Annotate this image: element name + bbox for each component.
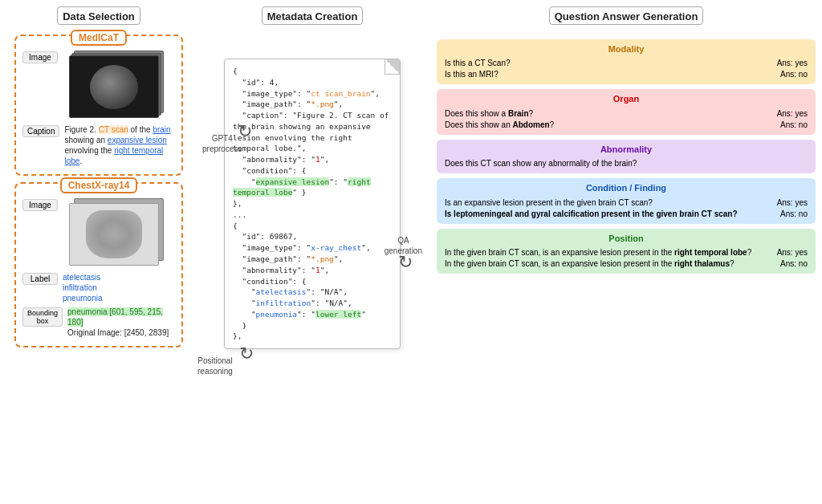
qa-generation-title: Question Answer Generation [437,6,816,30]
json-image-path2: *.png [311,254,334,263]
condition-a1: Ans: yes [777,197,808,209]
medicat-caption-row: Caption Figure 2. CT scan of the brain s… [22,124,175,166]
chest-image-row: Image [22,198,175,269]
chest-image [69,198,169,267]
chest-img-front [69,203,159,266]
brain-image [69,51,169,120]
json-lower-left: lower left [315,310,361,319]
organ-q1: Does this show a Brain? [445,108,774,120]
infiltration-label: infiltration [63,283,97,292]
json-image-type1: ct scan_brain [311,89,370,98]
position-a2: Ans: no [780,258,808,270]
condition-q2: Is leptomeningeal and gyral calcificatio… [445,209,777,220]
json-infiltration: infiltration [256,299,311,307]
json-atelectasis: atelectasis [256,287,307,296]
condition-card: Condition / Finding Is an expansive lesi… [437,178,816,223]
brain-bold: Brain [508,109,529,118]
json-document: { "id": 4, "image_type": "ct scan_brain"… [224,59,401,349]
modality-a1: Ans: yes [777,58,808,69]
caption-label: Caption [22,125,59,137]
metadata-creation-title: Metadata Creation [262,6,364,30]
position-q1-row: In the given brain CT scan, is an expans… [445,247,808,258]
bounding-box-label: Boundingbox [22,307,63,327]
json-caption: Figure 2. CT scan of the brain showing a… [233,111,389,152]
positional-reasoning-label: Positionalreasoning [197,356,233,376]
modality-q1: Is this a CT Scan? [445,58,774,69]
chest-label-row: Label atelectasis infiltration pneumonia [22,272,175,303]
chest-image-label: Image [22,199,58,211]
organ-a2: Ans: no [780,120,808,131]
bounding-box-text: pneumonia [601, 595, 215, 180] Original … [67,307,175,338]
chestxray-title: ChestX-ray14 [60,177,138,193]
positional-label-text: Positionalreasoning [197,356,233,376]
json-open-brace: { [233,67,238,75]
modality-card: Modality Is this a CT Scan? Ans: yes Is … [437,39,816,84]
condition-q2-row: Is leptomeningeal and gyral calcificatio… [445,209,808,220]
modality-a2: Ans: no [780,69,808,80]
abnormality-title: Abnormality [445,144,808,156]
abnormality-card: Abnormality Does this CT scan show any a… [437,140,816,173]
brain-highlight: brain [153,125,170,134]
json-image-type2: x-ray_chest [311,243,361,252]
left-column: Data Selection MedICaT Image Caption [6,6,191,498]
ct-scan-highlight: CT scan [99,125,128,134]
condition-q1-row: Is an expansive lesion present in the gi… [445,197,808,209]
organ-title: Organ [445,93,808,105]
condition-q1: Is an expansive lesion present in the gi… [445,197,774,209]
gpt4-label-text: GPT4preprocess [202,133,242,154]
positional-arrow: ↻ [239,345,254,363]
right-temporal-highlight: right temporal lobe [64,146,163,165]
right-column: Question Answer Generation Modality Is t… [433,6,816,498]
json-abnormality1: 1 [315,155,320,164]
brain-img-front [69,55,159,118]
position-a1: Ans: yes [777,247,808,258]
original-image-text: Original Image: [2450, 2839] [67,328,169,337]
json-id1: 4 [270,78,275,87]
abnormality-q1: Does this CT scan show any abnormality o… [445,158,808,169]
data-selection-title: Data Selection [57,6,140,30]
modality-title: Modality [445,43,808,55]
position-q1: In the given brain CT scan, is an expans… [445,247,774,258]
abdomen-bold: Abdomen [513,120,550,129]
right-temporal-bold: right temporal lobe [674,248,747,257]
organ-q2-row: Does this show an Abdomen? Ans: no [445,120,808,131]
qa-arrow: ↻ [398,254,413,271]
json-id2: 69867 [270,232,293,241]
position-title: Position [445,233,808,245]
chest-inner [86,210,142,258]
caption-text: Figure 2. CT scan of the brain showing a… [64,124,175,166]
pneumonia-label: pneumonia [63,294,102,303]
organ-q1-row: Does this show a Brain? Ans: yes [445,108,808,120]
bounding-box-row: Boundingbox pneumonia [601, 595, 215, 18… [22,307,175,338]
position-q2-row: In the given brain CT scan, is an expans… [445,258,808,270]
chestxray-box: ChestX-ray14 Image Label atelectasis inf… [14,182,183,348]
json-abnormality2: 1 [315,266,320,274]
modality-q1-row: Is this a CT Scan? Ans: yes [445,58,808,69]
image-label: Image [22,51,58,63]
label-label: Label [22,273,58,285]
right-thalamus-bold: right thalamus [674,259,730,268]
modality-q2-row: Is this an MRI? Ans: no [445,69,808,80]
medicat-image-row: Image [22,51,175,121]
condition-a2: Ans: no [780,209,808,220]
json-pneumonia: pneumonia [256,310,297,319]
json-condition-key1: expansive lesion [256,177,330,186]
medicat-box: MedICaT Image Caption Figure 2. CT scan … [14,35,183,176]
brain-circle [90,65,138,109]
middle-column: Metadata Creation { "id": 4, "image_type… [196,6,429,498]
atelectasis-label: atelectasis [63,273,100,282]
position-q2: In the given brain CT scan, is an expans… [445,258,777,270]
gpt4-preprocess-label: GPT4preprocess [202,133,242,154]
json-image-path1: *.png [311,100,334,108]
organ-card: Organ Does this show a Brain? Ans: yes D… [437,89,816,134]
organ-a1: Ans: yes [777,108,808,120]
condition-title: Condition / Finding [445,182,808,194]
labels-text: atelectasis infiltration pneumonia [63,272,175,303]
organ-q2: Does this show an Abdomen? [445,120,777,131]
position-card: Position In the given brain CT scan, is … [437,229,816,274]
modality-q2: Is this an MRI? [445,69,777,80]
expansive-lesion-highlight: expansive lesion [108,136,167,144]
pneumonia-bbox: pneumonia [601, 595, 215, 180] [67,307,163,327]
gpt4-arrow: ↻ [238,123,252,140]
medicat-title: MedICaT [71,30,127,46]
